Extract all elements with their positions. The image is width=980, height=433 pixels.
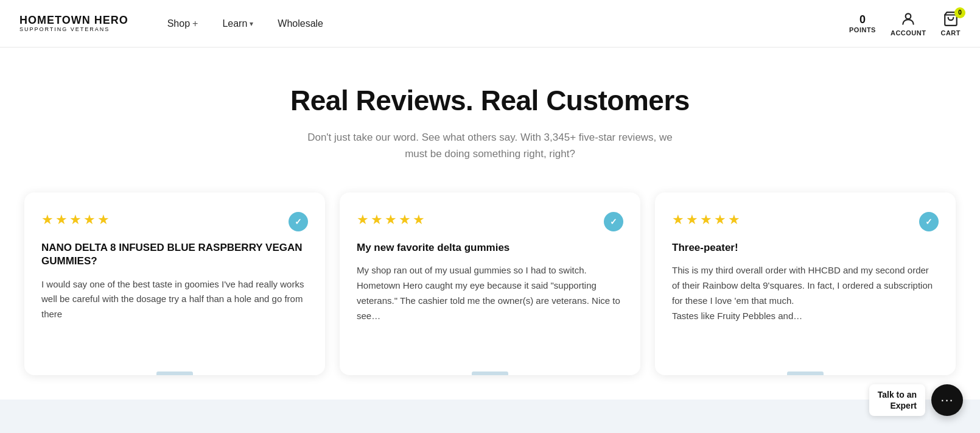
chat-open-button[interactable]: ··· [931,384,963,400]
review-body-2: My shop ran out of my usual gummies so I… [357,263,623,323]
points-action[interactable]: 0 POINTS [849,13,876,33]
logo-sub-text: SUPPORTING VETERANS [19,26,128,32]
review-title-2: My new favorite delta gummies [357,241,623,255]
star-icon: ★ [55,212,68,228]
review-card-1: ★ ★ ★ ★ ★ ✓ NANO DELTA 8 INFUSED BLUE RA… [24,192,325,375]
card-accent-3 [787,371,824,375]
site-header: HOMETOWN HERO SUPPORTING VETERANS Shop +… [0,0,980,48]
chevron-down-icon: ▾ [250,19,253,28]
section-subtitle: Don't just take our word. See what other… [307,129,673,162]
cart-badge: 0 [954,7,965,18]
stars-3: ★ ★ ★ ★ ★ [672,212,740,228]
star-icon: ★ [714,212,726,228]
star-icon: ★ [728,212,740,228]
nav-shop[interactable]: Shop + [158,13,208,34]
site-logo[interactable]: HOMETOWN HERO SUPPORTING VETERANS [19,15,128,33]
logo-main-text: HOMETOWN HERO [19,15,128,27]
chat-label-line1: Talk to an [878,390,917,400]
star-icon: ★ [686,212,698,228]
review-title-3: Three-peater! [672,241,939,255]
chat-dots-icon: ··· [940,392,953,400]
page-title: Real Reviews. Real Customers [24,84,956,117]
card-accent-2 [472,371,508,375]
header-actions: 0 POINTS ACCOUNT 0 CART [849,11,961,37]
review-card-3: ★ ★ ★ ★ ★ ✓ Three-peater! This is my thi… [655,192,956,375]
review-title-1: NANO DELTA 8 INFUSED BLUE RASPBERRY VEGA… [41,241,308,268]
verified-badge-1: ✓ [289,212,308,231]
cart-action[interactable]: 0 CART [940,11,961,37]
review-top-1: ★ ★ ★ ★ ★ ✓ [41,212,308,231]
star-icon: ★ [371,212,383,228]
account-label: ACCOUNT [891,29,926,37]
card-accent-1 [156,371,193,375]
star-icon: ★ [69,212,82,228]
account-action[interactable]: ACCOUNT [891,11,926,37]
account-icon [900,11,916,29]
cart-label: CART [940,29,961,37]
star-icon: ★ [399,212,411,228]
star-icon: ★ [700,212,712,228]
review-body-1: I would say one of the best taste in goo… [41,277,308,322]
nav-learn-label: Learn [222,18,247,29]
chat-label: Talk to an Expert [869,384,925,400]
nav-wholesale[interactable]: Wholesale [268,13,333,34]
reviews-grid: ★ ★ ★ ★ ★ ✓ NANO DELTA 8 INFUSED BLUE RA… [24,192,956,375]
star-icon: ★ [413,212,425,228]
svg-point-0 [906,13,911,19]
nav-shop-plus: + [192,18,198,29]
verified-badge-2: ✓ [604,212,623,231]
main-content: Real Reviews. Real Customers Don't just … [0,48,980,400]
review-card-2: ★ ★ ★ ★ ★ ✓ My new favorite delta gummie… [340,192,640,375]
chat-widget: Talk to an Expert ··· [869,384,963,400]
main-nav: Shop + Learn ▾ Wholesale [158,13,849,34]
review-top-3: ★ ★ ★ ★ ★ ✓ [672,212,939,231]
review-body-3: This is my third overall order with HHCB… [672,263,939,323]
stars-2: ★ ★ ★ ★ ★ [357,212,425,228]
nav-wholesale-label: Wholesale [278,18,323,29]
verified-badge-3: ✓ [919,212,939,231]
star-icon: ★ [41,212,54,228]
star-icon: ★ [672,212,684,228]
star-icon: ★ [97,212,110,228]
stars-1: ★ ★ ★ ★ ★ [41,212,110,228]
points-label: POINTS [849,26,876,33]
review-top-2: ★ ★ ★ ★ ★ ✓ [357,212,623,231]
star-icon: ★ [357,212,369,228]
star-icon: ★ [385,212,397,228]
nav-shop-label: Shop [167,18,190,29]
nav-learn[interactable]: Learn ▾ [212,13,263,34]
star-icon: ★ [83,212,96,228]
points-count: 0 [859,13,866,26]
